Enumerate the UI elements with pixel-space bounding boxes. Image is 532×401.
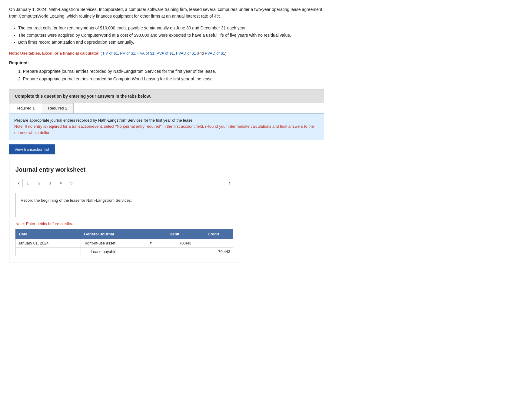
bullet-item-1: The contract calls for four rent payment… (18, 25, 324, 32)
row1-debit[interactable]: 70,443 (155, 239, 194, 247)
link-pv[interactable]: PV of $1 (120, 51, 135, 56)
note-bold: Note: Use tables, Excel, or a financial … (9, 51, 99, 56)
row1-account[interactable]: Right-of-use asset ▼ (81, 239, 155, 247)
page-1[interactable]: 1 (22, 179, 33, 187)
col-header-date: Date (16, 229, 81, 239)
worksheet-title: Journal entry worksheet (15, 166, 233, 173)
link-pvad[interactable]: PVAD of $1 (205, 51, 225, 56)
row2-date (16, 247, 81, 256)
link-fv[interactable]: FV of $1 (103, 51, 118, 56)
link-fva[interactable]: FVA of $1 (137, 51, 154, 56)
dropdown-arrow-1[interactable]: ▼ (149, 241, 152, 245)
link-fvad[interactable]: FVAD of $1 (176, 51, 196, 56)
page-5[interactable]: 5 (66, 179, 77, 187)
row2-credit[interactable]: 70,443 (194, 247, 233, 256)
row1-date: January 01, 2024 (16, 239, 81, 247)
table-row-2: Lease payable 70,443 (16, 247, 233, 256)
worksheet-box: Journal entry worksheet ‹ 1 2 3 4 5 › Re… (9, 160, 239, 262)
page-3[interactable]: 3 (45, 179, 55, 187)
nav-next-arrow[interactable]: › (226, 179, 233, 187)
required-items-list: 1. Prepare appropriate journal entries r… (15, 68, 324, 83)
instruction-box: Record the beginning of the lease for Na… (15, 193, 233, 217)
journal-table: Date General Journal Debit Credit Januar… (15, 229, 233, 256)
col-header-credit: Credit (194, 229, 233, 239)
blue-info-red: Note: If no entry is required for a tran… (14, 124, 314, 135)
note-row: Note: Use tables, Excel, or a financial … (9, 51, 324, 56)
page-2[interactable]: 2 (34, 179, 45, 187)
col-header-debit: Debit (155, 229, 194, 239)
page-4[interactable]: 4 (55, 179, 66, 187)
row2-account[interactable]: Lease payable (81, 247, 155, 256)
blue-info-main: Prepare appropriate journal entries reco… (14, 118, 194, 123)
bullet-item-2: The computers were acquired by ComputerW… (18, 32, 324, 39)
nav-prev-arrow[interactable]: ‹ (15, 179, 22, 187)
table-row-1: January 01, 2024 Right-of-use asset ▼ 70… (16, 239, 233, 247)
link-pva[interactable]: PVA of $1 (157, 51, 174, 56)
col-header-general-journal: General Journal (81, 229, 155, 239)
note-links-parens: ( (101, 51, 102, 56)
tabs-row: Required 1 Required 2 (9, 103, 324, 113)
bullet-list: The contract calls for four rent payment… (18, 25, 324, 46)
row2-debit[interactable] (155, 247, 194, 256)
required-item-2: 2. Prepare appropriate journal entries r… (18, 75, 324, 83)
intro-paragraph: On January 1, 2024, Nath-Langstrom Servi… (9, 6, 324, 20)
page-nav: ‹ 1 2 3 4 5 › (15, 179, 233, 187)
required-label: Required: (9, 60, 324, 65)
gray-banner: Complete this question by entering your … (9, 89, 324, 103)
note-debits: Note: Enter debits before credits. (15, 221, 233, 226)
row1-credit[interactable] (194, 239, 233, 247)
view-transaction-button[interactable]: View transaction list (9, 144, 55, 154)
tab-required-1[interactable]: Required 1 (9, 103, 41, 113)
bullet-item-3: Both firms record amortization and depre… (18, 39, 324, 46)
blue-info-box: Prepare appropriate journal entries reco… (9, 113, 324, 140)
required-item-1: 1. Prepare appropriate journal entries r… (18, 68, 324, 75)
instruction-text: Record the beginning of the lease for Na… (21, 198, 132, 203)
tab-required-2[interactable]: Required 2 (42, 103, 74, 113)
